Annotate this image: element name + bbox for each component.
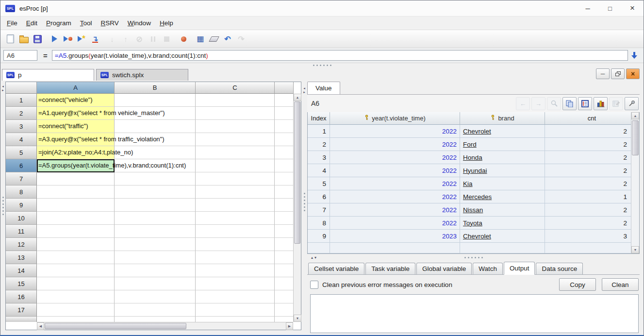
value-cell[interactable]: 2 [545, 151, 631, 164]
tab-watch[interactable]: Watch [473, 263, 503, 274]
collapse-left-icon[interactable]: ◂ [2, 84, 4, 88]
row-header-1[interactable]: 1 [6, 94, 37, 107]
value-col-header-brand[interactable]: brand [460, 112, 545, 125]
copy-data-icon[interactable] [562, 97, 577, 110]
cell-B6[interactable] [115, 159, 196, 172]
row-header-3[interactable]: 3 [6, 120, 37, 133]
cell-B15[interactable] [115, 277, 196, 290]
value-cell[interactable]: Honda [460, 151, 545, 164]
value-cell[interactable]: 9 [308, 230, 330, 243]
value-cell[interactable]: 7 [308, 203, 330, 217]
row-header-13[interactable]: 13 [6, 251, 37, 264]
cell-A4[interactable] [37, 133, 115, 146]
row-header-7[interactable]: 7 [6, 172, 37, 185]
cell-B7[interactable] [115, 172, 196, 185]
cell-C9[interactable] [196, 199, 275, 212]
cell-A15[interactable] [37, 277, 115, 290]
value-col-header-cnt[interactable]: cnt [545, 112, 639, 125]
run-icon[interactable] [48, 33, 61, 45]
value-vscroll-thumb[interactable] [632, 120, 639, 155]
value-cell[interactable]: 3 [308, 151, 330, 164]
row-header-10[interactable]: 10 [6, 212, 37, 225]
cell-A1[interactable] [37, 94, 115, 107]
cell-B5[interactable] [115, 146, 196, 159]
grid-horizontal-scrollbar[interactable]: ◀ ▶ [37, 322, 293, 330]
panel-splitter[interactable]: ◂ ▸ [301, 81, 307, 336]
cell-A3[interactable] [37, 120, 115, 133]
tab-swtich.splx[interactable]: SPLswtich.splx [96, 69, 188, 81]
menu-edit[interactable]: Edit [22, 18, 42, 28]
value-col-header-year-t-violate-time-[interactable]: year(t.violate_time) [330, 112, 460, 125]
cell-B4[interactable] [115, 133, 196, 146]
cell-B3[interactable] [115, 120, 196, 133]
cell-B14[interactable] [115, 264, 196, 277]
cell-B13[interactable] [115, 251, 196, 264]
row-header-11[interactable]: 11 [6, 225, 37, 238]
value-cell[interactable]: 1 [308, 125, 330, 138]
column-header-C[interactable]: C [196, 82, 275, 94]
value-cell[interactable]: Kia [460, 177, 545, 190]
save-file-icon[interactable] [31, 33, 44, 45]
value-cell[interactable]: Toyota [460, 217, 545, 230]
value-cell[interactable]: 2022 [330, 164, 460, 177]
value-cell[interactable]: 2 [545, 203, 631, 217]
value-cell[interactable]: 2022 [330, 177, 460, 190]
row-header-17[interactable]: 17 [6, 303, 37, 317]
value-cell[interactable]: Chevrolet [460, 125, 545, 138]
cell-A8[interactable] [37, 185, 115, 199]
value-cell[interactable]: 2022 [330, 217, 460, 230]
cell-B9[interactable] [115, 199, 196, 212]
cell-C8[interactable] [196, 185, 275, 199]
value-vertical-scrollbar[interactable]: ▲ ▼ [631, 112, 639, 253]
row-header-6[interactable]: 6 [6, 159, 37, 172]
row-header-16[interactable]: 16 [6, 290, 37, 303]
expand-formula-icon[interactable] [628, 51, 641, 59]
copy-button[interactable]: Copy [559, 278, 596, 291]
scroll-right-icon[interactable]: ▶ [286, 322, 293, 330]
value-cell[interactable]: Chevrolet [460, 230, 545, 243]
row-header-15[interactable]: 15 [6, 277, 37, 290]
scroll-down-icon[interactable]: ▼ [294, 315, 301, 322]
cell-B1[interactable] [115, 94, 196, 107]
cell-B16[interactable] [115, 290, 196, 303]
row-header-8[interactable]: 8 [6, 185, 37, 199]
value-cell[interactable]: 2 [545, 138, 631, 151]
debug-run-icon[interactable] [62, 33, 74, 45]
value-cell[interactable]: Nissan [460, 203, 545, 217]
cell-C12[interactable] [196, 238, 275, 251]
left-edge-splitter[interactable]: ◂ ▸ [0, 81, 5, 336]
tab-global-variable[interactable]: Global variable [416, 263, 472, 274]
cell-A7[interactable] [37, 172, 115, 185]
cell-C16[interactable] [196, 290, 275, 303]
value-cell[interactable]: Ford [460, 138, 545, 151]
row-header-12[interactable]: 12 [6, 238, 37, 251]
cell-C3[interactable] [196, 120, 275, 133]
output-console[interactable] [310, 294, 639, 333]
value-cell[interactable]: 1 [545, 190, 631, 203]
cell-A16[interactable] [37, 290, 115, 303]
value-scroll-down-icon[interactable]: ▼ [631, 246, 639, 253]
menu-file[interactable]: File [2, 18, 22, 28]
grid-vertical-scrollbar[interactable]: ▲ ▼ [293, 94, 301, 322]
value-cell[interactable]: 2 [545, 217, 631, 230]
tab-cellset-variable[interactable]: Cellset variable [308, 263, 364, 274]
tab-data-source[interactable]: Data source [536, 263, 583, 274]
tab-task-variable[interactable]: Task variable [365, 263, 415, 274]
menu-tool[interactable]: Tool [76, 18, 97, 28]
pin-window-icon[interactable] [625, 97, 639, 110]
splitter-up-down-icon[interactable]: ▴▾ [311, 255, 318, 260]
cell-A9[interactable] [37, 199, 115, 212]
cell-A6[interactable] [37, 159, 115, 172]
cell-C14[interactable] [196, 264, 275, 277]
tab-p[interactable]: SPLp [2, 69, 94, 81]
formula-input[interactable]: =A5.groups(year(t.violate_time),v.brand;… [52, 50, 628, 61]
value-cell[interactable]: 2 [308, 138, 330, 151]
undo-icon[interactable]: ↶ [221, 33, 234, 45]
row-header-2[interactable]: 2 [6, 107, 37, 120]
scroll-up-icon[interactable]: ▲ [294, 94, 301, 101]
clear-cells-icon[interactable] [208, 33, 220, 45]
value-cell[interactable]: 6 [308, 190, 330, 203]
clean-button[interactable]: Clean [602, 278, 639, 291]
value-cell[interactable]: 2023 [330, 230, 460, 243]
expand-left-icon[interactable]: ▸ [2, 88, 4, 92]
